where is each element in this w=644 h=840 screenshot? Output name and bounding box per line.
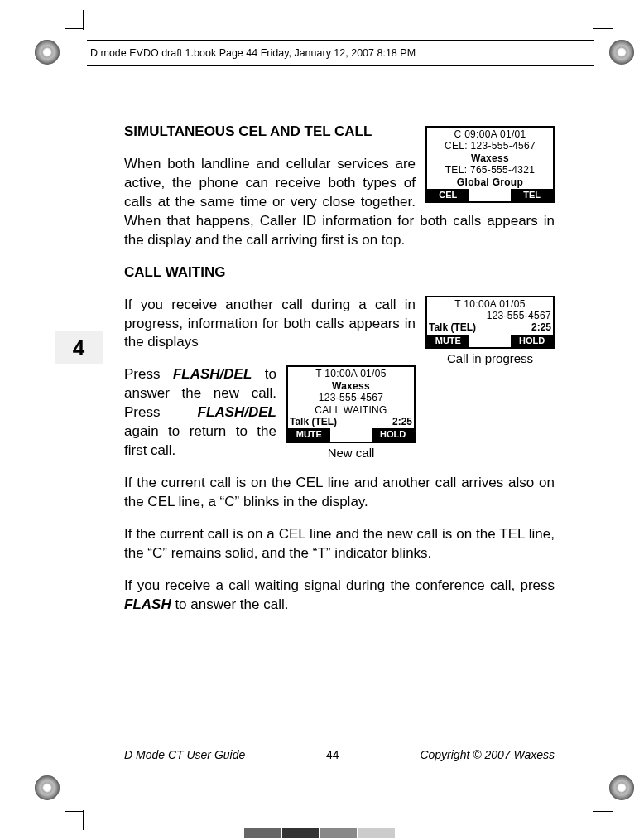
page-footer: D Mode CT User Guide 44 Copyright © 2007… — [124, 748, 555, 761]
lcd-softkey-right: HOLD — [511, 335, 553, 347]
lcd-caption: Call in progress — [425, 350, 555, 367]
lcd-row: CEL: 123-555-4567 — [429, 140, 551, 152]
key-flash: FLASH — [124, 596, 171, 612]
lcd-row: 123-555-4567 — [290, 392, 412, 403]
lcd-caption: New call — [286, 445, 416, 461]
lcd-sim-call: C 09:00A 01/01 CEL: 123-555-4567 Waxess … — [425, 126, 555, 203]
binder-ring-icon — [35, 40, 60, 65]
key-flash-del: FLASH/DEL — [198, 404, 276, 420]
key-flash-del: FLASH/DEL — [173, 366, 252, 382]
lcd-softkey-mid — [469, 335, 512, 347]
lcd-softkey-left: MUTE — [427, 335, 469, 347]
lcd-row: 123-555-4567 — [429, 310, 551, 321]
paragraph: If you receive a call waiting signal dur… — [124, 577, 555, 615]
paragraph: If the current call is on a CEL line and… — [124, 525, 555, 563]
section-heading: CALL WAITING — [124, 263, 555, 282]
header-text: D mode EVDO draft 1.book Page 44 Friday,… — [90, 47, 416, 59]
binder-ring-icon — [609, 40, 634, 65]
footer-copyright: Copyright © 2007 Waxess — [420, 748, 555, 761]
lcd-row: C 09:00A 01/01 — [429, 128, 551, 140]
lcd-talk-label: Talk (TEL) — [429, 321, 476, 333]
lcd-talk-label: Talk (TEL) — [290, 416, 337, 427]
lcd-row: T 10:00A 01/05 — [290, 368, 412, 379]
lcd-call-in-progress: T 10:00A 01/05 123-555-4567 Talk (TEL) 2… — [425, 296, 555, 368]
lcd-new-call: T 10:00A 01/05 Waxess 123-555-4567 CALL … — [286, 365, 416, 461]
binder-ring-icon — [35, 775, 60, 800]
color-calibration-bar — [244, 828, 400, 838]
lcd-row: Global Group — [429, 176, 551, 188]
lcd-softkey-left: CEL — [427, 189, 469, 201]
page-content: C 09:00A 01/01 CEL: 123-555-4567 Waxess … — [124, 123, 555, 628]
footer-page-number: 44 — [326, 748, 339, 761]
binder-ring-icon — [609, 775, 634, 800]
footer-guide-name: D Mode CT User Guide — [124, 748, 245, 761]
paragraph: If the current call is on the CEL line a… — [124, 474, 555, 512]
chapter-number: 4 — [73, 336, 84, 361]
lcd-softkey-left: MUTE — [288, 428, 330, 441]
lcd-row: TEL: 765-555-4321 — [429, 164, 551, 176]
lcd-talk-timer: 2:25 — [531, 321, 551, 333]
lcd-row: Waxess — [290, 380, 412, 392]
lcd-row: T 10:00A 01/05 — [429, 298, 551, 310]
lcd-row: CALL WAITING — [290, 404, 412, 416]
lcd-softkey-mid — [469, 189, 512, 201]
chapter-tab: 4 — [55, 331, 103, 364]
lcd-softkey-right: HOLD — [372, 428, 414, 441]
lcd-softkey-mid — [330, 428, 372, 441]
page-header: D mode EVDO draft 1.book Page 44 Friday,… — [87, 40, 594, 66]
lcd-row: Waxess — [429, 152, 551, 164]
lcd-softkey-right: TEL — [511, 189, 553, 201]
lcd-talk-timer: 2:25 — [392, 416, 412, 427]
